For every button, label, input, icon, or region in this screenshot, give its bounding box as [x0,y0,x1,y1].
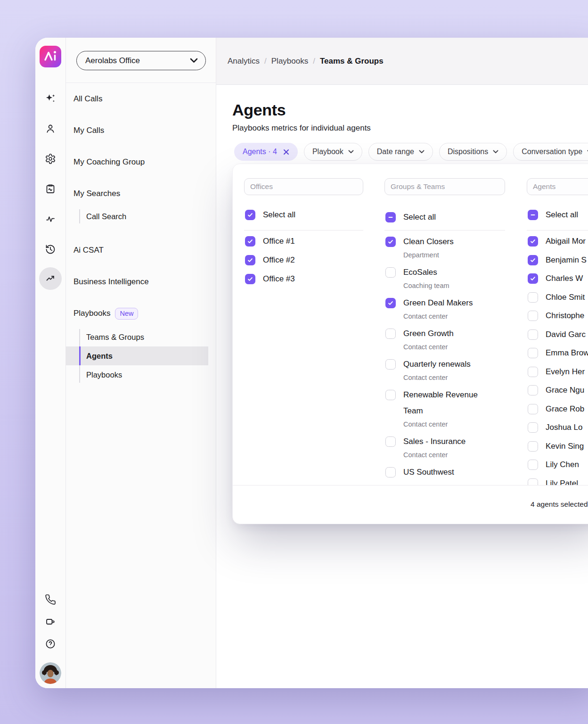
checkbox-checked[interactable] [245,210,255,220]
activity-icon[interactable] [44,213,57,225]
sidebar-item-my-coaching-group[interactable]: My Coaching Group [66,156,216,169]
checkbox-checked[interactable] [528,273,538,284]
checkbox-unchecked[interactable] [385,390,396,400]
filter-option-row[interactable]: US Southwest [385,464,498,480]
filter-option-row[interactable]: Emma Brow [528,347,588,359]
filter-option[interactable]: EcoSalesCoaching team [385,264,498,291]
sidebar-item-all-calls[interactable]: All Calls [66,92,216,106]
filter-option[interactable]: Office #2 [245,255,295,266]
filter-option-row[interactable]: Christophe [528,310,588,321]
checkbox-unchecked[interactable] [385,467,396,477]
checkbox-unchecked[interactable] [528,422,538,433]
filter-option-row[interactable]: Evelyn Her [528,366,588,378]
user-avatar[interactable] [40,662,61,684]
filter-option-row[interactable]: Renewable Revenue Team [385,387,498,419]
chip-dispositions[interactable]: Dispositions [439,143,507,161]
filter-option-row[interactable]: Green Growth [385,326,498,342]
sidebar-item-my-calls[interactable]: My Calls [66,124,216,137]
groups-search-input[interactable] [384,178,505,195]
filter-option-row[interactable]: Joshua Lo [528,422,588,433]
checkbox-unchecked[interactable] [385,329,396,339]
checkbox-unchecked[interactable] [385,436,396,447]
filter-option[interactable]: Evelyn Her [528,366,588,378]
help-icon[interactable] [44,638,57,650]
workspace-selector[interactable]: Aerolabs Office [76,51,206,70]
checkbox-checked[interactable] [528,236,538,247]
checkbox-checked[interactable] [245,274,255,284]
filter-option-row[interactable]: Sales - Insurance [385,434,498,450]
filter-option[interactable]: Lily Patel [528,478,588,485]
history-icon[interactable] [44,243,57,255]
checkbox-unchecked[interactable] [528,404,538,414]
chip-conversation-type[interactable]: Conversation type [513,143,588,161]
checkbox-checked[interactable] [385,237,396,247]
filter-option-row[interactable]: Benjamin S [528,255,588,266]
sidebar-item-business-intelligence[interactable]: Business Intelligence [66,275,216,288]
filter-option[interactable]: Emma Brow [528,347,588,359]
filter-option-row[interactable]: Lily Chen [528,459,588,470]
filter-option[interactable]: Kevin Sing [528,441,588,452]
checkbox-unchecked[interactable] [385,267,396,278]
sidebar-item-playbooks-sub[interactable]: Playbooks [66,365,216,384]
checkbox-unchecked[interactable] [528,292,538,303]
breadcrumb-analytics[interactable]: Analytics [228,57,260,66]
filter-option[interactable]: Charles W [528,273,588,284]
filter-option[interactable]: Grace Rob [528,403,588,415]
filter-option[interactable]: Office #1 [245,236,295,247]
sidebar-item-agents[interactable]: Agents [66,346,208,365]
filter-option[interactable]: Grace Ngu [528,385,588,396]
checkbox-unchecked[interactable] [528,329,538,340]
ai-sparkle-icon[interactable] [44,92,57,105]
checkbox-unchecked[interactable] [528,460,538,470]
people-icon[interactable] [44,123,57,135]
chip-date-range[interactable]: Date range [368,143,433,161]
agents-search-input[interactable] [527,178,588,195]
app-logo[interactable] [40,46,61,67]
filter-option-row[interactable]: Abigail Mor [528,236,588,247]
select-all-option[interactable]: Select all [385,209,498,225]
checkbox-checked[interactable] [245,255,255,265]
filter-option[interactable]: Green Deal MakersContact center [385,295,498,321]
trending-up-icon[interactable] [39,267,62,290]
filter-option-row[interactable]: Lily Patel [528,478,588,485]
offices-search-input[interactable] [244,178,363,195]
sidebar-item-playbooks[interactable]: Playbooks New [66,307,216,320]
sidebar-item-ai-csat[interactable]: Ai CSAT [66,244,216,257]
filter-option[interactable]: Green GrowthContact center [385,326,498,352]
filter-option[interactable]: Clean ClosersDepartment [385,234,498,260]
checkbox-unchecked[interactable] [528,348,538,358]
chip-playbook[interactable]: Playbook [304,143,362,161]
filter-option[interactable]: Renewable Revenue TeamContact center [385,387,498,429]
filter-option[interactable]: Joshua Lo [528,422,588,433]
filter-option-row[interactable]: David Garc [528,329,588,340]
checkbox-indeterminate[interactable] [528,210,538,220]
select-all-option[interactable]: Select all [245,209,295,221]
close-icon[interactable] [283,149,289,155]
filter-option-row[interactable]: Office #3 [245,273,295,285]
filter-option-row[interactable]: Office #2 [245,255,295,266]
checkbox-unchecked[interactable] [528,367,538,377]
filter-option[interactable]: Benjamin S [528,255,588,266]
filter-option[interactable]: Sales - InsuranceContact center [385,434,498,460]
select-all-option[interactable]: Select all [528,209,578,221]
video-camera-icon[interactable] [44,616,57,628]
breadcrumb-playbooks[interactable]: Playbooks [271,57,308,66]
filter-option-row[interactable]: Charles W [528,273,588,284]
phone-icon[interactable] [44,593,57,606]
sidebar-item-teams-groups[interactable]: Teams & Groups [66,328,216,346]
settings-gear-icon[interactable] [44,153,57,165]
filter-option-row[interactable]: Grace Ngu [528,385,588,396]
checkbox-unchecked[interactable] [528,441,538,452]
checkbox-unchecked[interactable] [528,478,538,485]
filter-option[interactable]: Christophe [528,310,588,321]
filter-option[interactable]: Chloe Smit [528,292,588,303]
checkbox-unchecked[interactable] [528,385,538,395]
filter-option-row[interactable]: Clean Closers [385,234,498,250]
call-search-icon[interactable] [44,183,57,195]
checkbox-checked[interactable] [528,255,538,265]
checkbox-unchecked[interactable] [385,359,396,370]
filter-option[interactable]: Abigail Mor [528,236,588,247]
filter-option-row[interactable]: Grace Rob [528,403,588,415]
checkbox-checked[interactable] [245,236,255,247]
filter-option-row[interactable]: Kevin Sing [528,441,588,452]
